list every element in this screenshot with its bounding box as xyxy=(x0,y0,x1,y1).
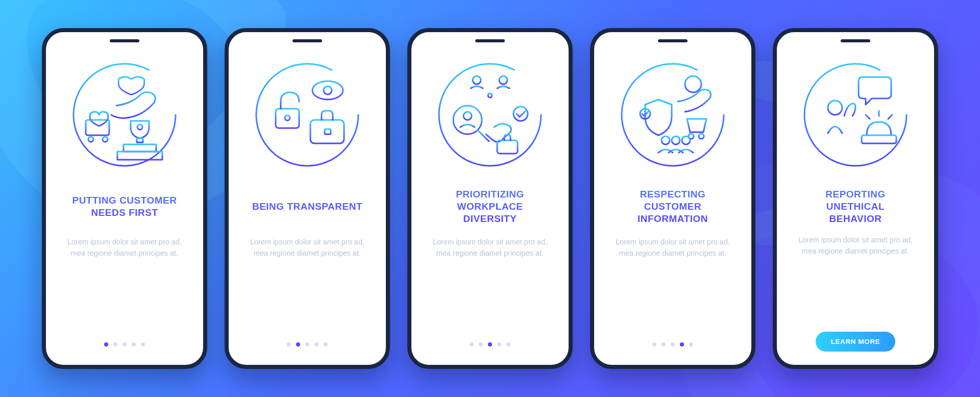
svg-point-3 xyxy=(103,137,108,142)
phone-row: PUTTING CUSTOMER NEEDS FIRST Lorem ipsum… xyxy=(0,0,980,397)
svg-point-0 xyxy=(74,64,176,166)
svg-point-17 xyxy=(463,112,472,120)
card-title: PRIORITIZING WORKPLACE DIVERSITY xyxy=(453,188,527,225)
svg-point-2 xyxy=(88,137,93,142)
card-description: Lorem ipsum dolor sit amet pro ad, mea r… xyxy=(246,236,369,259)
dot-5[interactable] xyxy=(141,342,145,346)
page-indicator xyxy=(470,342,510,346)
dot-2[interactable] xyxy=(113,342,117,346)
svg-point-29 xyxy=(828,101,842,115)
svg-point-14 xyxy=(473,76,481,84)
onboarding-card-4: RESPECTING CUSTOMER INFORMATION Lorem ip… xyxy=(590,28,755,369)
card-description: Lorem ipsum dolor sit amet pro ad, mea r… xyxy=(611,236,734,259)
card-title: PUTTING CUSTOMER NEEDS FIRST xyxy=(69,188,180,225)
onboarding-card-5: REPORTING UNETHICAL BEHAVIOR Lorem ipsum… xyxy=(773,28,938,369)
dot-2[interactable] xyxy=(662,342,666,346)
dot-3[interactable] xyxy=(488,342,492,346)
onboarding-card-3: PRIORITIZING WORKPLACE DIVERSITY Lorem i… xyxy=(407,28,573,369)
svg-point-27 xyxy=(682,136,690,144)
dot-1[interactable] xyxy=(287,342,291,346)
svg-point-7 xyxy=(324,86,332,94)
dot-5[interactable] xyxy=(689,342,693,346)
card-title: RESPECTING CUSTOMER INFORMATION xyxy=(634,188,711,225)
svg-point-24 xyxy=(699,134,704,139)
dot-5[interactable] xyxy=(506,342,510,346)
dot-1[interactable] xyxy=(104,342,108,346)
card-title: BEING TRANSPARENT xyxy=(249,188,365,225)
customer-first-icon xyxy=(68,59,181,171)
page-indicator xyxy=(104,342,145,346)
svg-point-26 xyxy=(672,136,680,144)
dot-4[interactable] xyxy=(314,342,318,346)
svg-point-25 xyxy=(662,136,670,144)
dot-3[interactable] xyxy=(671,342,675,346)
svg-point-15 xyxy=(499,76,507,84)
dot-3[interactable] xyxy=(305,342,309,346)
dot-1[interactable] xyxy=(652,342,656,346)
customer-info-icon xyxy=(617,59,729,171)
card-description: Lorem ipsum dolor sit amet pro ad, mea r… xyxy=(794,234,917,257)
card-title: REPORTING UNETHICAL BEHAVIOR xyxy=(822,188,888,225)
onboarding-card-2: BEING TRANSPARENT Lorem ipsum dolor sit … xyxy=(225,28,390,369)
svg-rect-19 xyxy=(497,140,518,154)
learn-more-button[interactable]: LEARN MORE xyxy=(816,332,896,352)
card-description: Lorem ipsum dolor sit amet pro ad, mea r… xyxy=(63,236,186,259)
page-indicator xyxy=(287,342,328,346)
svg-point-6 xyxy=(312,81,343,100)
svg-point-5 xyxy=(256,64,358,166)
dot-3[interactable] xyxy=(122,342,127,346)
page-indicator xyxy=(652,342,693,346)
dot-4[interactable] xyxy=(132,342,136,346)
dot-1[interactable] xyxy=(470,342,474,346)
onboarding-card-1: PUTTING CUSTOMER NEEDS FIRST Lorem ipsum… xyxy=(42,28,207,369)
dot-5[interactable] xyxy=(324,342,328,346)
dot-4[interactable] xyxy=(680,342,684,346)
svg-rect-30 xyxy=(862,135,896,143)
diversity-icon xyxy=(434,59,546,171)
report-unethical-icon xyxy=(799,59,912,171)
svg-point-18 xyxy=(513,107,528,121)
svg-point-4 xyxy=(137,125,142,130)
transparency-icon xyxy=(251,59,363,171)
svg-point-13 xyxy=(488,93,492,97)
dot-2[interactable] xyxy=(296,342,300,346)
card-description: Lorem ipsum dolor sit amet pro ad, mea r… xyxy=(429,236,551,259)
dot-4[interactable] xyxy=(497,342,501,346)
dot-2[interactable] xyxy=(479,342,483,346)
